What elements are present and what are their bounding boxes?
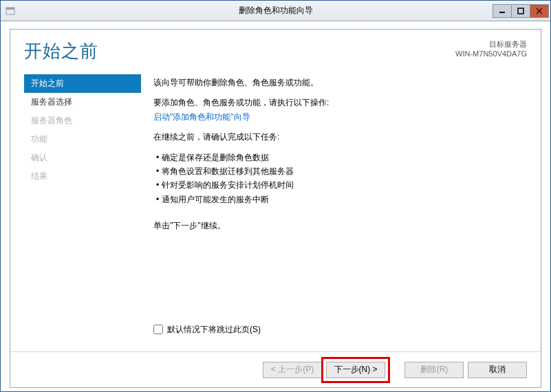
target-server-name: WIN-M7N50V4DA7G [455, 50, 527, 58]
task-item: 通知用户可能发生的服务中断 [156, 193, 521, 206]
step-server-roles: 服务器角色 [24, 111, 141, 130]
step-results: 结果 [24, 167, 141, 186]
continue-text: 单击"下一步"继续。 [153, 219, 521, 232]
task-item: 确定是保存还是删除角色数据 [156, 151, 521, 164]
cancel-button[interactable]: 取消 [468, 362, 527, 378]
step-confirmation: 确认 [24, 149, 141, 167]
add-roles-link[interactable]: 启动"添加角色和功能"向导 [153, 112, 250, 122]
previous-button: < 上一步(P) [263, 362, 322, 378]
app-icon [5, 6, 16, 17]
close-button[interactable] [530, 4, 549, 18]
before-continue-text: 在继续之前，请确认完成以下任务: [153, 130, 521, 144]
wizard-footer: < 上一步(P) 下一步(N) > 删除(R) 取消 [10, 351, 541, 387]
wizard-frame: 开始之前 目标服务器 WIN-M7N50V4DA7G 开始之前 服务器选择 服务… [10, 29, 541, 388]
titlebar: 删除角色和功能向导 [1, 1, 550, 21]
maximize-button[interactable] [511, 4, 530, 18]
next-button[interactable]: 下一步(N) > [326, 362, 385, 378]
minimize-button[interactable] [493, 4, 512, 18]
main-content: 该向导可帮助你删除角色、角色服务或功能。 要添加角色、角色服务或功能，请执行以下… [141, 69, 527, 336]
remove-button: 删除(R) [404, 362, 464, 378]
step-before-you-begin[interactable]: 开始之前 [24, 74, 141, 93]
skip-page-label: 默认情况下将跳过此页(S) [167, 323, 261, 336]
intro-text: 该向导可帮助你删除角色、角色服务或功能。 [153, 76, 521, 89]
svg-rect-3 [518, 8, 523, 14]
task-item: 针对受影响的服务安排计划停机时间 [156, 178, 521, 192]
target-server-label: 目标服务器 [455, 39, 527, 50]
window-title: 删除角色和功能向导 [0, 5, 551, 17]
wizard-steps: 开始之前 服务器选择 服务器角色 功能 确认 结果 [24, 69, 141, 336]
step-features: 功能 [24, 130, 141, 149]
skip-page-checkbox[interactable] [153, 325, 163, 334]
svg-rect-1 [6, 8, 14, 10]
add-roles-text: 要添加角色、角色服务或功能，请执行以下操作: [153, 98, 329, 107]
task-item: 将角色设置和数据迁移到其他服务器 [156, 164, 521, 178]
page-title: 开始之前 [24, 39, 98, 63]
step-server-selection[interactable]: 服务器选择 [24, 93, 141, 111]
task-list: 确定是保存还是删除角色数据 将角色设置和数据迁移到其他服务器 针对受影响的服务安… [153, 151, 521, 207]
wizard-header: 开始之前 目标服务器 WIN-M7N50V4DA7G [10, 30, 541, 69]
